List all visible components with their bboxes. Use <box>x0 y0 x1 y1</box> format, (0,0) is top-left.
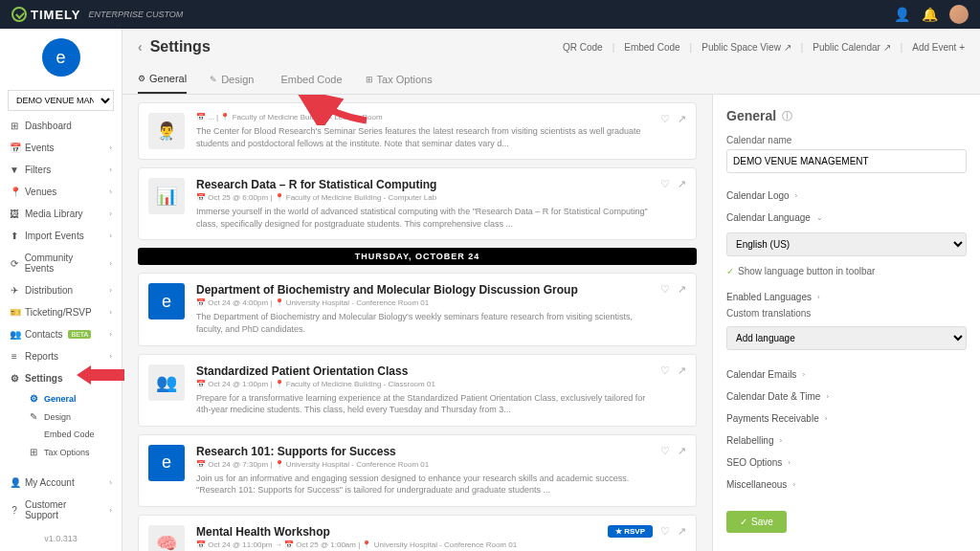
add-language-select[interactable]: Add language <box>726 326 967 350</box>
chevron-right-icon: › <box>109 352 112 361</box>
share-icon[interactable]: ↗ <box>678 113 686 125</box>
sidebar-item-distribution[interactable]: ✈Distribution› <box>0 279 122 301</box>
share-icon[interactable]: ↗ <box>678 525 686 538</box>
avatar[interactable] <box>949 5 969 24</box>
sidebar-item-dashboard[interactable]: ⊞Dashboard <box>0 115 122 137</box>
header-link-public-space-view[interactable]: Public Space View ↗ <box>702 42 791 53</box>
sidebar-item-ticketing-rsvp[interactable]: 🎫Ticketing/RSVP› <box>0 301 122 323</box>
calendar-language-toggle[interactable]: Calendar Language⌄ <box>726 207 967 229</box>
sidebar-sub-general[interactable]: ⚙General <box>19 389 122 408</box>
panel-link-miscellaneous[interactable]: Miscellaneous› <box>726 474 967 496</box>
chevron-right-icon: › <box>109 231 112 240</box>
chevron-right-icon: › <box>109 506 112 515</box>
sidebar-sub-design[interactable]: ✎Design <box>19 408 122 426</box>
sidebar-sub-embed-code[interactable]: Embed Code <box>19 426 122 443</box>
sidebar-footer-customer-support[interactable]: ?Customer Support› <box>0 494 122 526</box>
event-card[interactable]: 🧠 Mental Health Workshop 📅 Oct 24 @ 11:0… <box>138 515 697 551</box>
event-card[interactable]: 👥 Standardized Patient Orientation Class… <box>138 354 697 427</box>
event-thumbnail: 👨‍⚕️ <box>148 113 185 149</box>
sidebar-item-reports[interactable]: ≡Reports› <box>0 345 122 367</box>
chevron-right-icon: › <box>109 478 112 487</box>
chevron-right-icon: › <box>109 209 112 218</box>
custom-translations-label: Custom translations <box>726 308 967 319</box>
panel-link-payments-receivable[interactable]: Payments Receivable› <box>726 408 967 430</box>
calendar-name-input[interactable] <box>726 149 967 173</box>
nav-icon: ⚙ <box>10 373 19 384</box>
bell-icon[interactable]: 🔔 <box>922 7 938 22</box>
chevron-right-icon: › <box>825 414 828 423</box>
language-select[interactable]: English (US) <box>726 232 967 256</box>
event-card[interactable]: 📊 Research Data – R for Statistical Comp… <box>138 167 697 240</box>
event-meta: 📅 Oct 25 @ 6:00pm | 📍 Faculty of Medicin… <box>196 193 649 202</box>
header-link-public-calendar[interactable]: Public Calendar ↗ <box>813 42 890 53</box>
nav-icon: 👤 <box>10 477 19 488</box>
event-card[interactable]: e Research 101: Supports for Success 📅 O… <box>138 434 697 507</box>
rsvp-button[interactable]: ★ RSVP <box>608 525 653 538</box>
sidebar-item-community-events[interactable]: ⟳Community Events› <box>0 247 122 279</box>
share-icon[interactable]: ↗ <box>678 178 686 190</box>
panel-link-calendar-emails[interactable]: Calendar Emails› <box>726 364 967 386</box>
event-title: Mental Health Workshop <box>196 525 596 539</box>
header-link-qr-code[interactable]: QR Code <box>563 42 603 53</box>
panel-link-calendar-date-time[interactable]: Calendar Date & Time› <box>726 386 967 408</box>
event-meta: 📅 Oct 24 @ 11:00pm → 📅 Oct 25 @ 1:00am |… <box>196 540 596 549</box>
favorite-icon[interactable]: ♡ <box>660 364 670 377</box>
sidebar-item-events[interactable]: 📅Events› <box>0 137 122 159</box>
logo-icon <box>11 7 27 22</box>
nav-icon: 📅 <box>10 143 19 153</box>
logo-text: TIMELY <box>31 8 80 22</box>
event-title: Research 101: Supports for Success <box>196 445 649 458</box>
sidebar-item-import-events[interactable]: ⬆Import Events› <box>0 225 122 247</box>
date-divider: THURSDAY, OCTOBER 24 <box>138 248 697 265</box>
favorite-icon[interactable]: ♡ <box>660 525 670 538</box>
save-button[interactable]: ✓Save <box>726 511 787 533</box>
calendar-logo-link[interactable]: Calendar Logo› <box>726 185 967 207</box>
event-card[interactable]: 👨‍⚕️ 📅 ... | 📍 Faculty of Medicine Build… <box>138 102 697 160</box>
nav-icon: ? <box>10 505 19 516</box>
chevron-right-icon: › <box>109 143 112 152</box>
info-icon[interactable]: ⓘ <box>782 109 792 123</box>
chevron-right-icon: › <box>792 480 795 489</box>
event-meta: 📅 Oct 24 @ 7:30pm | 📍 University Hospita… <box>196 460 649 469</box>
sidebar-item-media-library[interactable]: 🖼Media Library› <box>0 203 122 225</box>
event-thumbnail: 👥 <box>148 364 185 401</box>
tab-icon: ⊞ <box>366 75 373 84</box>
save-icon: ✓ <box>740 517 747 527</box>
event-thumbnail: 📊 <box>148 178 185 214</box>
sidebar-sub-tax-options[interactable]: ⊞Tax Options <box>19 443 122 461</box>
share-icon[interactable]: ↗ <box>678 364 686 377</box>
panel-link-seo-options[interactable]: SEO Options› <box>726 452 967 474</box>
back-chevron-icon[interactable]: ‹ <box>138 39 143 55</box>
org-logo[interactable]: e <box>42 38 80 77</box>
header-link-add-event[interactable]: Add Event + <box>912 42 965 53</box>
show-lang-button-check[interactable]: Show language button in toolbar <box>738 266 875 276</box>
share-icon[interactable]: ↗ <box>678 283 686 296</box>
topbar: TIMELY ENTERPRISE CUSTOM 👤 🔔 <box>0 0 980 29</box>
favorite-icon[interactable]: ♡ <box>660 445 670 457</box>
tab-tax-options[interactable]: ⊞Tax Options <box>366 65 433 94</box>
tab-design[interactable]: ✎Design <box>210 65 254 94</box>
sidebar-item-contacts[interactable]: 👥ContactsBETA› <box>0 323 122 345</box>
favorite-icon[interactable]: ♡ <box>660 178 670 190</box>
event-thumbnail: 🧠 <box>148 525 185 551</box>
share-icon[interactable]: ↗ <box>678 445 686 457</box>
header-link-embed-code[interactable]: Embed Code <box>624 42 679 53</box>
event-card[interactable]: e Department of Biochemistry and Molecul… <box>138 273 697 345</box>
logo-product: ENTERPRISE CUSTOM <box>88 10 183 19</box>
events-list: 👨‍⚕️ 📅 ... | 📍 Faculty of Medicine Build… <box>122 95 712 551</box>
tab-embed-code[interactable]: Embed Code <box>277 65 342 94</box>
topbar-actions: 👤 🔔 <box>894 5 969 24</box>
tab-general[interactable]: ⚙General <box>138 65 187 94</box>
nav-icon: ⊞ <box>29 447 38 457</box>
enabled-languages-link[interactable]: Enabled Languages› <box>726 286 967 308</box>
panel-link-relabelling[interactable]: Relabelling› <box>726 430 967 452</box>
org-select[interactable]: DEMO VENUE MANAGEMENT <box>8 90 114 111</box>
sidebar-footer-my-account[interactable]: 👤My Account› <box>0 472 122 494</box>
annotation-arrow <box>77 365 122 385</box>
brand-logo[interactable]: TIMELY ENTERPRISE CUSTOM <box>11 7 183 22</box>
favorite-icon[interactable]: ♡ <box>660 113 670 125</box>
sidebar-item-filters[interactable]: ▼Filters› <box>0 159 122 181</box>
sidebar-item-venues[interactable]: 📍Venues› <box>0 181 122 203</box>
user-icon[interactable]: 👤 <box>894 7 910 22</box>
favorite-icon[interactable]: ♡ <box>660 283 670 296</box>
